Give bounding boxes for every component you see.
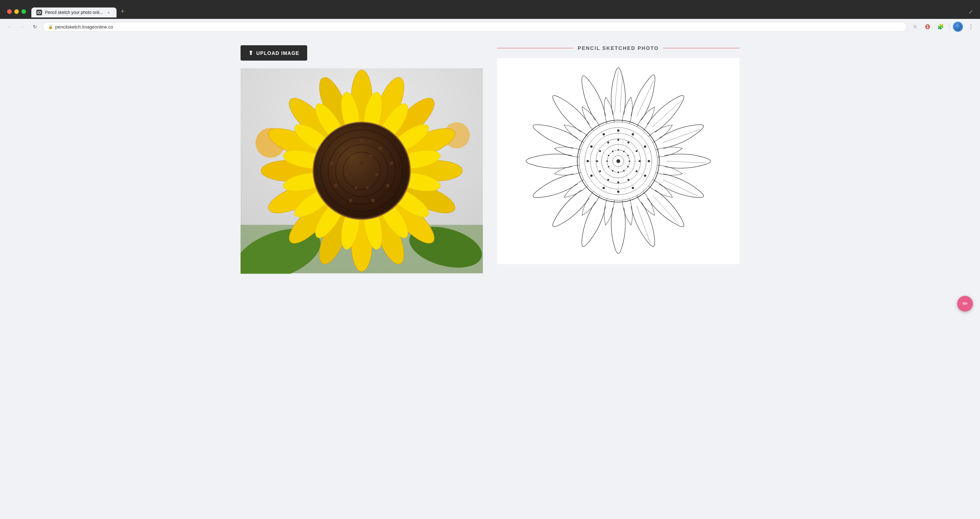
svg-point-112 (636, 150, 638, 152)
svg-point-106 (590, 175, 593, 177)
sunflower-original-svg (240, 68, 483, 274)
svg-point-117 (607, 179, 609, 181)
maximize-traffic-light[interactable] (21, 9, 26, 14)
address-bar[interactable]: 🔒 pencilsketch.imageonline.co (43, 22, 907, 32)
svg-point-131 (606, 161, 608, 162)
svg-point-50 (390, 161, 393, 165)
browser-tabs: IO Pencil sketch your photo onli... × + (31, 6, 128, 18)
svg-point-62 (351, 154, 354, 157)
sketch-title-left-line (497, 48, 573, 48)
traffic-lights: IO Pencil sketch your photo onli... × + … (4, 3, 976, 19)
page-layout: ⬆ UPLOAD IMAGE (240, 45, 740, 274)
svg-point-123 (623, 151, 625, 152)
svg-point-99 (632, 133, 634, 135)
svg-point-63 (360, 161, 364, 166)
svg-point-52 (371, 199, 375, 202)
extensions-icon: 🧩 (937, 24, 944, 30)
svg-point-48 (360, 139, 363, 143)
bookmark-icon: ☆ (913, 24, 917, 30)
svg-point-111 (628, 142, 629, 143)
svg-point-54 (334, 184, 337, 188)
svg-point-100 (644, 145, 646, 148)
svg-point-102 (644, 175, 646, 177)
floating-action-button[interactable]: ✏ (957, 296, 973, 312)
svg-point-103 (632, 187, 634, 189)
svg-point-105 (603, 187, 605, 189)
upload-image-button[interactable]: ⬆ UPLOAD IMAGE (240, 45, 307, 60)
tab-favicon: IO (37, 10, 42, 15)
floating-pencil-icon: ✏ (963, 300, 968, 307)
avatar-icon (955, 23, 961, 30)
svg-point-43 (315, 124, 408, 217)
bookmark-button[interactable]: ☆ (910, 22, 920, 32)
svg-point-59 (366, 186, 369, 189)
browser-toolbar: ← → ↻ 🔒 pencilsketch.imageonline.co ☆ 🧩 (0, 19, 980, 35)
browser-chrome: IO Pencil sketch your photo onli... × + … (0, 0, 980, 19)
svg-point-121 (607, 142, 609, 143)
refresh-button[interactable]: ↻ (30, 22, 40, 32)
svg-point-107 (587, 160, 589, 162)
svg-point-122 (617, 150, 619, 151)
svg-point-55 (330, 161, 334, 165)
svg-point-129 (612, 170, 613, 172)
svg-point-53 (348, 199, 352, 202)
svg-point-126 (627, 166, 628, 167)
forward-button[interactable]: → (17, 22, 27, 32)
sketched-photo (497, 58, 740, 264)
extensions-button[interactable]: 🧩 (935, 22, 945, 32)
minimize-traffic-light[interactable] (14, 9, 19, 14)
svg-point-56 (341, 146, 345, 150)
svg-point-110 (617, 139, 619, 141)
svg-point-57 (369, 154, 372, 157)
svg-point-51 (386, 184, 390, 188)
svg-point-133 (612, 151, 613, 152)
svg-point-128 (617, 172, 619, 173)
left-panel: ⬆ UPLOAD IMAGE (240, 45, 483, 274)
svg-point-61 (345, 173, 348, 176)
svg-point-127 (623, 170, 625, 172)
svg-point-130 (608, 166, 609, 167)
svg-point-49 (379, 146, 382, 150)
svg-point-115 (628, 179, 629, 181)
svg-point-132 (608, 155, 609, 156)
svg-point-116 (617, 181, 619, 183)
svg-point-104 (617, 191, 619, 193)
original-photo (240, 68, 483, 274)
more-menu-button[interactable]: ⋮ (966, 22, 976, 32)
sketch-title-right-line (663, 48, 740, 48)
svg-point-3 (955, 23, 961, 30)
svg-point-101 (648, 160, 650, 162)
svg-point-113 (639, 160, 640, 162)
svg-point-134 (617, 159, 620, 163)
active-tab[interactable]: IO Pencil sketch your photo onli... × (31, 8, 116, 18)
svg-point-98 (617, 129, 619, 132)
profile-avatar[interactable] (953, 22, 963, 32)
svg-point-60 (355, 186, 358, 189)
close-traffic-light[interactable] (7, 9, 12, 14)
translate-icon (925, 24, 931, 30)
svg-point-119 (596, 160, 598, 162)
sunflower-sketch-svg (497, 58, 740, 264)
svg-point-118 (599, 170, 601, 172)
svg-point-124 (627, 155, 628, 156)
sketch-section-title: PENCIL SKETCHED PHOTO (578, 45, 659, 51)
svg-point-108 (590, 145, 593, 148)
right-panel: PENCIL SKETCHED PHOTO (497, 45, 740, 274)
svg-point-109 (603, 133, 605, 135)
upload-button-label: UPLOAD IMAGE (256, 50, 299, 56)
svg-point-114 (636, 170, 638, 172)
expand-icon[interactable]: ⤢ (969, 8, 973, 15)
upload-icon: ⬆ (248, 49, 253, 56)
toolbar-right: ☆ 🧩 ⋮ (910, 22, 976, 32)
new-tab-button[interactable]: + (117, 6, 128, 18)
tab-close-button[interactable]: × (106, 10, 111, 15)
tab-title: Pencil sketch your photo onli... (45, 10, 103, 15)
svg-point-120 (599, 150, 601, 152)
svg-point-125 (628, 161, 630, 162)
address-url: pencilsketch.imageonline.co (55, 24, 113, 30)
back-button[interactable]: ← (4, 22, 14, 32)
address-lock-icon: 🔒 (48, 25, 53, 29)
page-content: ⬆ UPLOAD IMAGE (0, 35, 980, 518)
translate-button[interactable] (923, 22, 932, 32)
sketch-title-row: PENCIL SKETCHED PHOTO (497, 45, 740, 51)
